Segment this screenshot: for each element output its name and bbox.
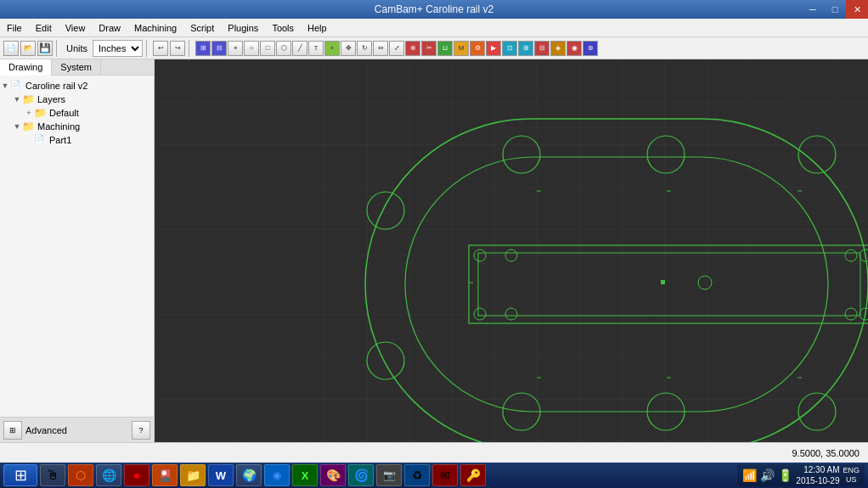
titlebar-controls: ─ □ ✕: [802, 0, 868, 19]
tb-cam2[interactable]: ⊞: [518, 41, 533, 56]
tb-machine2[interactable]: ⚙: [470, 41, 485, 56]
statusbar: 9.5000, 35.0000: [0, 442, 868, 463]
left-btn1[interactable]: ⊞: [3, 421, 22, 440]
taskbar-app-3[interactable]: 🌐: [96, 464, 121, 486]
tree-machining[interactable]: ▼ 📁 Machining: [0, 120, 154, 133]
taskbar-app-7[interactable]: W: [208, 464, 234, 486]
tb-circle[interactable]: ○: [244, 41, 259, 56]
taskbar-app-1[interactable]: 🖱: [40, 464, 65, 486]
project-tree: ▼ 📄 Caroline rail v2 ▼ 📁 Layers + 📁 Defa…: [0, 76, 154, 417]
tb-cam1[interactable]: ⊡: [502, 41, 517, 56]
toolbar-redo-btn[interactable]: ↪: [170, 41, 185, 56]
tree-arrow-root: ▼: [0, 81, 10, 90]
taskbar-app-12[interactable]: 🌀: [348, 464, 374, 486]
toolbar-save-btn[interactable]: 💾: [37, 41, 53, 56]
systray: 📶 🔊 🔋 12:30 AM 2015-10-29 ENGUS: [737, 464, 865, 486]
panel-tabs: Drawing System: [0, 59, 154, 76]
tb-cam3[interactable]: ⊟: [534, 41, 550, 56]
menu-tools[interactable]: Tools: [265, 21, 301, 35]
tree-part1-label: Part1: [49, 135, 71, 145]
left-btn2[interactable]: ?: [132, 421, 150, 440]
tree-root-label: Caroline rail v2: [25, 81, 87, 91]
tree-layers[interactable]: ▼ 📁 Layers: [0, 93, 154, 106]
toolbar-new-btn[interactable]: 📄: [3, 41, 19, 56]
tb-snap[interactable]: ⌖: [228, 41, 243, 56]
toolbar-sep1: [56, 40, 59, 57]
tree-default[interactable]: + 📁 Default: [0, 106, 154, 120]
taskbar-app-6[interactable]: 📁: [180, 464, 206, 486]
menu-plugins[interactable]: Plugins: [221, 21, 265, 35]
taskbar-app-11[interactable]: 🎨: [320, 464, 346, 486]
canvas-area[interactable]: [155, 59, 868, 442]
left-panel: Drawing System ▼ 📄 Caroline rail v2 ▼ 📁 …: [0, 59, 155, 442]
menu-script[interactable]: Script: [183, 21, 221, 35]
tb-line[interactable]: ╱: [292, 41, 307, 56]
minimize-button[interactable]: ─: [802, 0, 824, 19]
units-select[interactable]: Inches mm: [93, 40, 143, 57]
taskbar-app-5[interactable]: 🎴: [152, 464, 178, 486]
menu-file[interactable]: File: [0, 21, 29, 35]
date-display: 2015-10-29: [796, 475, 839, 486]
tree-icon-part1: 📄: [34, 134, 48, 146]
toolbar-open-btn[interactable]: 📂: [20, 41, 36, 56]
tree-machining-label: Machining: [37, 121, 80, 132]
toolbar-sep3: [189, 40, 192, 57]
tree-arrow-layers: ▼: [12, 95, 22, 104]
taskbar-app-9[interactable]: ◉: [264, 464, 290, 486]
menu-view[interactable]: View: [59, 21, 93, 35]
title-text: CamBam+ Caroline rail v2: [375, 3, 493, 15]
maximize-button[interactable]: □: [824, 0, 846, 19]
tb-cam5[interactable]: ◉: [566, 41, 582, 56]
time-display: 12:30 AM: [796, 464, 839, 475]
tb-rect[interactable]: □: [260, 41, 275, 56]
svg-rect-15: [661, 280, 665, 284]
menu-machining[interactable]: Machining: [127, 21, 183, 35]
tb-trim[interactable]: ✂: [421, 41, 437, 56]
taskbar-app-14[interactable]: ♻: [404, 464, 430, 486]
tb-rotate[interactable]: ↻: [357, 41, 372, 56]
tree-icon-default: 📁: [34, 107, 48, 119]
tb-join[interactable]: ⊔: [437, 41, 453, 56]
taskbar-app-13[interactable]: 📷: [376, 464, 402, 486]
toolbar-undo-btn[interactable]: ↩: [153, 41, 168, 56]
tb-insert[interactable]: +: [324, 41, 340, 56]
tree-part1[interactable]: 📄 Part1: [0, 133, 154, 147]
taskbar-app-16[interactable]: 🔑: [460, 464, 486, 486]
tree-layers-label: Layers: [37, 94, 65, 104]
tb-grid2[interactable]: ⊟: [211, 41, 227, 56]
tb-machine1[interactable]: M: [454, 41, 469, 56]
main-area: Drawing System ▼ 📄 Caroline rail v2 ▼ 📁 …: [0, 59, 868, 442]
tree-root[interactable]: ▼ 📄 Caroline rail v2: [0, 79, 154, 93]
taskbar-app-15[interactable]: ✉: [432, 464, 458, 486]
tab-drawing[interactable]: Drawing: [0, 59, 52, 76]
menu-help[interactable]: Help: [301, 21, 334, 35]
left-bottom-bar: ⊞ Advanced ?: [0, 417, 154, 442]
advanced-label: Advanced: [25, 425, 67, 435]
taskbar-app-4[interactable]: ●: [124, 464, 149, 486]
start-button[interactable]: ⊞: [3, 464, 37, 486]
menu-edit[interactable]: Edit: [29, 21, 59, 35]
taskbar-app-10[interactable]: X: [292, 464, 318, 486]
tb-offset[interactable]: ⊕: [405, 41, 420, 56]
tb-grid1[interactable]: ⊞: [195, 41, 211, 56]
menu-draw[interactable]: Draw: [92, 21, 127, 35]
systray-time: 12:30 AM 2015-10-29: [796, 464, 839, 486]
tb-text[interactable]: T: [308, 41, 324, 56]
toolbar-icons: ⊞ ⊟ ⌖ ○ □ ⬡ ╱ T + ✥ ↻ ⇔ ⤢ ⊕ ✂ ⊔ M ⚙ ▶ ⊡ …: [195, 41, 598, 56]
tb-machine3[interactable]: ▶: [486, 41, 501, 56]
close-button[interactable]: ✕: [846, 0, 868, 19]
tree-arrow-machining: ▼: [12, 122, 22, 131]
coords-display: 9.5000, 35.0000: [792, 448, 860, 458]
tb-scale[interactable]: ⤢: [389, 41, 404, 56]
titlebar: CamBam+ Caroline rail v2 ─ □ ✕: [0, 0, 868, 19]
taskbar-app-2[interactable]: ⬡: [68, 464, 93, 486]
tb-cam6[interactable]: ⊛: [583, 41, 598, 56]
tb-mirror[interactable]: ⇔: [373, 41, 388, 56]
tb-poly[interactable]: ⬡: [276, 41, 291, 56]
tree-icon-machining: 📁: [22, 121, 36, 132]
tab-system[interactable]: System: [52, 59, 101, 75]
tb-cam4[interactable]: ◈: [550, 41, 566, 56]
taskbar-app-8[interactable]: 🌍: [236, 464, 262, 486]
tree-icon-root: 📄: [10, 80, 24, 92]
tb-move[interactable]: ✥: [341, 41, 356, 56]
